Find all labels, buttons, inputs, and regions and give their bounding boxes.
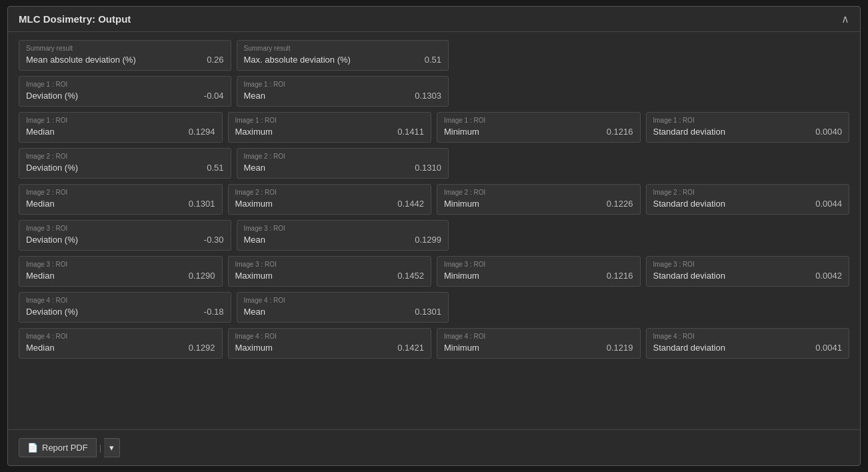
- image3-minimum-label: Image 3 : ROI: [444, 261, 633, 268]
- image4-maximum-value: 0.1421: [397, 343, 424, 353]
- image3-deviation-card: Image 3 : ROI Deviation (%) -0.30: [19, 220, 231, 251]
- image2-deviation-value: 0.51: [207, 163, 223, 173]
- image4-maximum-name: Maximum: [235, 343, 273, 353]
- image4-mean-value: 0.1301: [415, 307, 441, 317]
- image2-minimum-name: Minimum: [444, 199, 479, 209]
- image2-minimum-card: Image 2 : ROI Minimum 0.1226: [437, 184, 641, 215]
- image1-mean-card: Image 1 : ROI Mean 0.1303: [237, 76, 449, 107]
- image1-stddev-card: Image 1 : ROI Standard deviation 0.0040: [646, 112, 850, 143]
- image3-minimum-card: Image 3 : ROI Minimum 0.1216: [437, 256, 641, 287]
- image2-minimum-label: Image 2 : ROI: [444, 189, 633, 196]
- image2-median-label: Image 2 : ROI: [26, 189, 215, 196]
- image3-row1: Image 3 : ROI Deviation (%) -0.30 Image …: [19, 220, 849, 251]
- image3-median-label: Image 3 : ROI: [26, 261, 215, 268]
- image4-stddev-value: 0.0041: [815, 343, 842, 353]
- image2-maximum-label: Image 2 : ROI: [235, 189, 425, 196]
- image1-median-card: Image 1 : ROI Median 0.1294: [19, 112, 223, 143]
- image3-median-card: Image 3 : ROI Median 0.1290: [19, 256, 223, 287]
- image1-deviation-card: Image 1 : ROI Deviation (%) -0.04: [19, 76, 231, 107]
- image1-stddev-name: Standard deviation: [653, 127, 725, 137]
- image1-mean-label: Image 1 : ROI: [244, 81, 442, 88]
- image2-row1: Image 2 : ROI Deviation (%) 0.51 Image 2…: [19, 148, 849, 179]
- content-area: Summary result Mean absolute deviation (…: [8, 32, 860, 429]
- image2-stddev-name: Standard deviation: [653, 199, 725, 209]
- image2-median-card: Image 2 : ROI Median 0.1301: [19, 184, 223, 215]
- image3-stddev-label: Image 3 : ROI: [653, 261, 843, 268]
- summary-row: Summary result Mean absolute deviation (…: [19, 40, 849, 71]
- image4-minimum-label: Image 4 : ROI: [444, 333, 633, 340]
- summary-value-1: 0.51: [425, 55, 441, 65]
- image3-deviation-name: Deviation (%): [26, 235, 78, 245]
- image4-row2: Image 4 : ROI Median 0.1292 Image 4 : RO…: [19, 328, 849, 359]
- image4-median-value: 0.1292: [189, 343, 215, 353]
- image4-mean-label: Image 4 : ROI: [244, 297, 442, 304]
- image4-row1: Image 4 : ROI Deviation (%) -0.18 Image …: [19, 292, 849, 323]
- image1-maximum-card: Image 1 : ROI Maximum 0.1411: [228, 112, 432, 143]
- image1-deviation-value: -0.04: [204, 91, 224, 101]
- image4-minimum-value: 0.1219: [607, 343, 633, 353]
- image1-row1: Image 1 : ROI Deviation (%) -0.04 Image …: [19, 76, 849, 107]
- image4-maximum-card: Image 4 : ROI Maximum 0.1421: [228, 328, 432, 359]
- image2-stddev-card: Image 2 : ROI Standard deviation 0.0044: [646, 184, 850, 215]
- image2-deviation-label: Image 2 : ROI: [26, 153, 224, 160]
- image2-median-name: Median: [26, 199, 55, 209]
- image1-minimum-name: Minimum: [444, 127, 479, 137]
- report-icon: 📄: [27, 443, 38, 453]
- collapse-button[interactable]: ∧: [841, 14, 849, 25]
- main-window: MLC Dosimetry: Output ∧ Summary result M…: [7, 6, 861, 466]
- image4-mean-card: Image 4 : ROI Mean 0.1301: [237, 292, 449, 323]
- image4-stddev-card: Image 4 : ROI Standard deviation 0.0041: [646, 328, 850, 359]
- report-btn-label: Report PDF: [42, 443, 88, 453]
- image2-median-value: 0.1301: [189, 199, 215, 209]
- image2-stddev-label: Image 2 : ROI: [653, 189, 843, 196]
- image3-median-value: 0.1290: [189, 271, 215, 281]
- image2-maximum-card: Image 2 : ROI Maximum 0.1442: [228, 184, 432, 215]
- report-dropdown-arrow[interactable]: ▾: [104, 438, 120, 457]
- image4-deviation-card: Image 4 : ROI Deviation (%) -0.18: [19, 292, 231, 323]
- image2-maximum-name: Maximum: [235, 199, 273, 209]
- image4-median-name: Median: [26, 343, 55, 353]
- image1-maximum-label: Image 1 : ROI: [235, 117, 425, 124]
- image4-median-label: Image 4 : ROI: [26, 333, 215, 340]
- image3-mean-card: Image 3 : ROI Mean 0.1299: [237, 220, 449, 251]
- image4-mean-name: Mean: [244, 307, 266, 317]
- image3-mean-label: Image 3 : ROI: [244, 225, 442, 232]
- image1-deviation-label: Image 1 : ROI: [26, 81, 224, 88]
- summary-name-0: Mean absolute deviation (%): [26, 55, 136, 65]
- image3-median-name: Median: [26, 271, 55, 281]
- image4-deviation-name: Deviation (%): [26, 307, 78, 317]
- image2-minimum-value: 0.1226: [607, 199, 633, 209]
- title-bar: MLC Dosimetry: Output ∧: [8, 7, 860, 32]
- image4-stddev-name: Standard deviation: [653, 343, 725, 353]
- image2-maximum-value: 0.1442: [397, 199, 424, 209]
- image4-maximum-label: Image 4 : ROI: [235, 333, 425, 340]
- image3-minimum-value: 0.1216: [607, 271, 633, 281]
- image3-deviation-value: -0.30: [204, 235, 224, 245]
- image3-mean-value: 0.1299: [415, 235, 441, 245]
- image1-minimum-value: 0.1216: [607, 127, 633, 137]
- image1-maximum-value: 0.1411: [397, 127, 424, 137]
- image1-maximum-name: Maximum: [235, 127, 273, 137]
- image2-mean-name: Mean: [244, 163, 266, 173]
- image2-mean-value: 0.1310: [415, 163, 441, 173]
- window-title: MLC Dosimetry: Output: [19, 13, 131, 25]
- image3-stddev-value: 0.0042: [815, 271, 842, 281]
- image3-row2: Image 3 : ROI Median 0.1290 Image 3 : RO…: [19, 256, 849, 287]
- summary-label-0: Summary result: [26, 45, 224, 52]
- image3-maximum-label: Image 3 : ROI: [235, 261, 425, 268]
- image1-median-name: Median: [26, 127, 55, 137]
- image1-minimum-card: Image 1 : ROI Minimum 0.1216: [437, 112, 641, 143]
- image4-minimum-name: Minimum: [444, 343, 479, 353]
- summary-card-0: Summary result Mean absolute deviation (…: [19, 40, 231, 71]
- image4-deviation-value: -0.18: [204, 307, 224, 317]
- summary-label-1: Summary result: [244, 45, 442, 52]
- footer: 📄 Report PDF | ▾: [8, 429, 860, 465]
- report-pdf-button[interactable]: 📄 Report PDF: [19, 438, 97, 457]
- image3-maximum-name: Maximum: [235, 271, 273, 281]
- image2-stddev-value: 0.0044: [815, 199, 842, 209]
- image1-median-value: 0.1294: [189, 127, 215, 137]
- image4-deviation-label: Image 4 : ROI: [26, 297, 224, 304]
- image1-mean-value: 0.1303: [415, 91, 441, 101]
- summary-value-0: 0.26: [207, 55, 223, 65]
- image1-stddev-value: 0.0040: [815, 127, 842, 137]
